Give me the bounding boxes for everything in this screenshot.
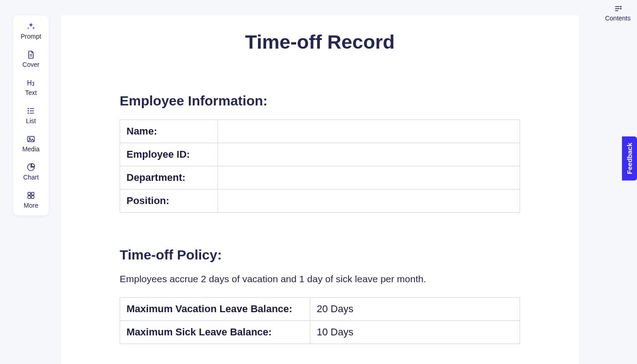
pie-chart-icon	[26, 163, 35, 172]
sidebar-item-label: List	[26, 117, 36, 125]
svg-rect-5	[28, 192, 30, 195]
feedback-tab[interactable]: Feedback	[622, 136, 637, 180]
svg-point-10	[621, 8, 622, 9]
field-value[interactable]	[218, 189, 520, 213]
field-value[interactable]	[218, 166, 520, 189]
sidebar-item-label: More	[24, 202, 38, 209]
sidebar-item-media[interactable]: Media	[13, 135, 49, 153]
table-row: Department:	[120, 166, 520, 189]
employee-info-heading: Employee Information:	[120, 93, 520, 109]
document-canvas: Time-off Record Employee Information: Na…	[61, 15, 579, 364]
field-label: Position:	[120, 189, 218, 213]
table-row: Employee ID:	[120, 143, 520, 166]
employee-info-table: Name: Employee ID: Department: Position:	[120, 120, 520, 213]
field-value: 20 Days	[310, 298, 520, 321]
policy-heading: Time-off Policy:	[120, 247, 520, 263]
svg-rect-7	[28, 196, 30, 199]
field-value[interactable]	[218, 120, 520, 143]
svg-rect-8	[31, 196, 34, 199]
page-title: Time-off Record	[120, 31, 520, 53]
media-icon	[26, 135, 35, 144]
table-row: Maximum Sick Leave Balance: 10 Days	[120, 321, 520, 344]
sidebar-item-label: Text	[25, 89, 37, 96]
svg-point-1	[28, 110, 29, 111]
field-value: 10 Days	[310, 321, 520, 344]
table-row: Name:	[120, 120, 520, 143]
grid-icon	[26, 191, 35, 200]
contents-toggle[interactable]: Contents	[605, 5, 631, 22]
table-row: Maximum Vacation Leave Balance: 20 Days	[120, 298, 520, 321]
svg-point-2	[28, 113, 29, 113]
sidebar-item-more[interactable]: More	[13, 191, 49, 209]
sidebar-item-label: Chart	[23, 174, 39, 181]
table-row: Position:	[120, 189, 520, 213]
left-sidebar: Prompt Cover Text List Media Chart Mor	[13, 15, 49, 215]
svg-point-9	[621, 6, 622, 7]
sidebar-item-prompt[interactable]: Prompt	[13, 22, 49, 40]
policy-description: Employees accrue 2 days of vacation and …	[120, 274, 520, 284]
field-label: Maximum Vacation Leave Balance:	[120, 298, 310, 321]
sidebar-item-chart[interactable]: Chart	[13, 163, 49, 181]
heading-icon	[26, 78, 35, 87]
contents-label: Contents	[605, 15, 631, 22]
field-label: Name:	[120, 120, 218, 143]
page-icon	[26, 50, 35, 59]
document-inner: Time-off Record Employee Information: Na…	[120, 31, 520, 344]
field-value[interactable]	[218, 143, 520, 166]
sidebar-item-label: Cover	[22, 61, 39, 68]
sparkle-icon	[26, 22, 35, 31]
sidebar-item-label: Prompt	[20, 33, 41, 40]
sidebar-item-text[interactable]: Text	[13, 78, 49, 96]
list-icon	[26, 106, 35, 115]
field-label: Department:	[120, 166, 218, 189]
svg-point-4	[29, 138, 30, 139]
sidebar-item-cover[interactable]: Cover	[13, 50, 49, 68]
feedback-label: Feedback	[626, 143, 633, 174]
field-label: Maximum Sick Leave Balance:	[120, 321, 310, 344]
svg-rect-6	[31, 192, 34, 195]
contents-icon	[613, 5, 622, 13]
svg-point-0	[28, 108, 29, 109]
policy-table: Maximum Vacation Leave Balance: 20 Days …	[120, 297, 520, 344]
sidebar-item-label: Media	[22, 145, 40, 153]
sidebar-item-list[interactable]: List	[13, 106, 49, 125]
field-label: Employee ID:	[120, 143, 218, 166]
